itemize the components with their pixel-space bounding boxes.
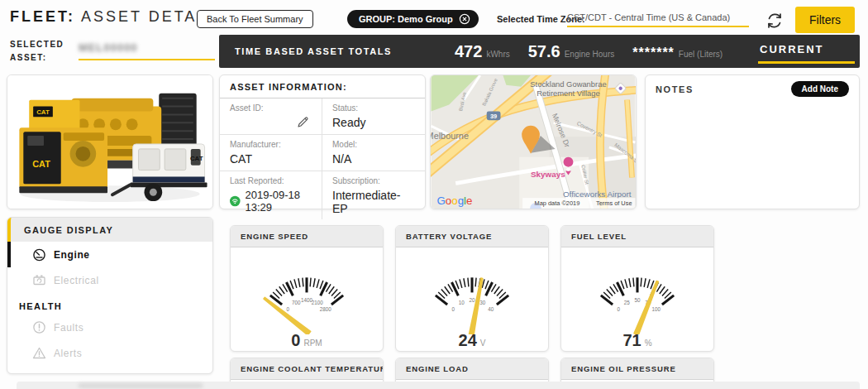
map-attribution: Map data ©2019 <box>535 199 580 207</box>
next-section-blurred-text <box>79 383 203 388</box>
timezone-select[interactable]: CST/CDT - Central Time (US & Canada) <box>567 12 749 27</box>
fault-circle-icon <box>32 320 46 334</box>
alert-triangle-icon <box>32 346 46 360</box>
google-logo: Google <box>436 194 472 207</box>
engine-gauge-icon <box>32 247 46 262</box>
fuel-level-gauge: 0255075100 <box>566 249 708 334</box>
status-label: Status: <box>332 103 415 113</box>
subscription-value: Intermediate-EP <box>332 189 415 215</box>
asset-id-label: Asset ID: <box>230 103 312 113</box>
kwhrs-unit: kWhrs <box>486 50 509 59</box>
notes-header: NOTES Add Note <box>646 75 859 103</box>
gauge-needle <box>264 298 310 334</box>
selected-asset-label: SELECTED ASSET: <box>10 38 76 65</box>
kwhrs-value: 472 <box>455 42 482 61</box>
sidebar-item-alerts[interactable]: Alerts <box>7 340 212 366</box>
route-39-badge: 39 <box>487 111 501 120</box>
svg-text:39: 39 <box>490 113 497 120</box>
total-engine-hours: 57.6 Engine Hours <box>528 42 615 61</box>
page-title: FLEET: ASSET DETAIL <box>10 8 214 26</box>
engine-speed-gauge: 0700140021002800 <box>236 249 378 334</box>
svg-text:30: 30 <box>479 300 486 305</box>
asset-information-grid: Asset ID: Status: Ready Manufacturer: CA… <box>220 98 425 219</box>
svg-text:10: 10 <box>459 300 465 305</box>
model-value: N/A <box>332 152 415 166</box>
battery-voltage-gauge-card: BATTERY VOLTAGE 010203040 24 V <box>395 225 549 352</box>
remove-group-icon[interactable] <box>459 13 470 25</box>
svg-text:0: 0 <box>451 306 455 312</box>
gauge-readout: 0 RPM <box>291 331 322 350</box>
tab-current[interactable]: CURRENT <box>758 41 855 64</box>
subscription-label: Subscription: <box>332 176 415 185</box>
totals-values: 472 kWhrs 57.6 Engine Hours ******* Fuel… <box>455 42 723 61</box>
group-filter-chip[interactable]: GROUP: Demo Group <box>347 10 479 28</box>
fuel-value: ******* <box>632 46 675 60</box>
model-label: Model: <box>332 140 415 149</box>
edit-asset-id-icon[interactable] <box>296 115 310 129</box>
last-reported-label: Last Reported: <box>230 176 312 185</box>
gauge-display-header: GAUGE DISPLAY <box>7 218 212 242</box>
add-note-button[interactable]: Add Note <box>791 81 849 97</box>
field-last-reported: Last Reported: 2019-09-18 13:29 <box>220 171 322 219</box>
map-card[interactable]: 39 Melbourne Melrose Dr Coventry St Masc… <box>430 74 637 209</box>
gauge-title: ENGINE OIL PRESSURE <box>561 358 713 380</box>
asset-photo-card: CAT CAT CAT <box>7 74 213 209</box>
svg-text:CAT: CAT <box>36 108 50 116</box>
engine-speed-gauge-card: ENGINE SPEED 0700140021002800 0 RPM <box>230 225 384 352</box>
fleet-asset-detail-page: FLEET: ASSET DETAIL Back To Fleet Summar… <box>0 0 868 389</box>
battery-icon <box>32 273 46 287</box>
connectivity-status-icon <box>230 194 241 208</box>
status-value: Ready <box>332 116 415 129</box>
svg-text:40: 40 <box>488 306 494 312</box>
selected-asset-value: MEL00000 <box>79 41 138 54</box>
svg-text:20: 20 <box>469 297 475 303</box>
gauge-value: 71 <box>622 331 641 350</box>
gauge-unit: RPM <box>303 339 322 348</box>
refresh-icon[interactable] <box>764 10 785 31</box>
gauge-body: 0700140021002800 0 RPM <box>231 247 383 350</box>
map-canvas[interactable]: 39 Melbourne Melrose Dr Coventry St Masc… <box>431 75 636 209</box>
field-asset-id: Asset ID: <box>220 98 322 135</box>
manufacturer-value: CAT <box>230 152 312 166</box>
notes-card: NOTES Add Note <box>645 74 860 209</box>
svg-text:CAT: CAT <box>32 159 50 169</box>
svg-text:2800: 2800 <box>320 306 332 312</box>
terms-of-use-link[interactable]: Terms of Use <box>596 199 632 207</box>
time-based-asset-totals-bar: TIME BASED ASSET TOTALS 472 kWhrs 57.6 E… <box>219 35 860 68</box>
svg-text:700: 700 <box>292 300 301 305</box>
gauge-title: ENGINE LOAD <box>396 358 548 380</box>
svg-text:100: 100 <box>652 306 661 312</box>
engine-hours-unit: Engine Hours <box>565 50 615 59</box>
battery-voltage-gauge: 010203040 <box>401 249 543 334</box>
svg-text:0: 0 <box>286 306 289 312</box>
total-fuel: ******* Fuel (Liters) <box>632 46 723 60</box>
sidebar-item-label: Faults <box>54 322 83 334</box>
sidebar-item-engine[interactable]: Engine <box>7 242 212 267</box>
last-reported-value-row: 2019-09-18 13:29 <box>230 189 312 214</box>
sidebar-item-faults[interactable]: Faults <box>7 315 212 340</box>
gauge-title: FUEL LEVEL <box>561 226 713 247</box>
gauge-unit: V <box>480 339 486 348</box>
selected-asset-field[interactable]: MEL00000 <box>79 40 215 60</box>
svg-text:0: 0 <box>617 306 620 312</box>
sidebar-item-label: Engine <box>54 249 90 261</box>
gauge-readout: 71 % <box>622 331 651 350</box>
filters-button[interactable]: Filters <box>795 7 855 33</box>
gauge-readout: 24 V <box>459 331 486 350</box>
map-label-officeworks: Officeworks Airport <box>563 190 632 199</box>
gauge-title: BATTERY VOLTAGE <box>396 226 548 247</box>
engine-hours-value: 57.6 <box>528 42 560 61</box>
svg-text:2100: 2100 <box>312 300 324 305</box>
sidebar-item-electrical[interactable]: Electrical <box>7 267 212 293</box>
back-to-fleet-summary-button[interactable]: Back To Fleet Summary <box>197 10 313 28</box>
fuel-unit: Fuel (Liters) <box>679 50 723 59</box>
page-title-text: ASSET DETAIL <box>81 8 214 25</box>
gauge-body: 0255075100 71 % <box>561 247 713 350</box>
svg-text:25: 25 <box>624 300 631 305</box>
total-kwhrs: 472 kWhrs <box>455 42 510 61</box>
gauge-display-sidebar: GAUGE DISPLAY Engine Electrical HEALTH <box>7 217 213 374</box>
field-subscription: Subscription: Intermediate-EP <box>322 171 425 219</box>
field-status: Status: Ready <box>322 98 425 135</box>
health-section-header: HEALTH <box>7 293 212 315</box>
svg-text:50: 50 <box>634 297 641 303</box>
